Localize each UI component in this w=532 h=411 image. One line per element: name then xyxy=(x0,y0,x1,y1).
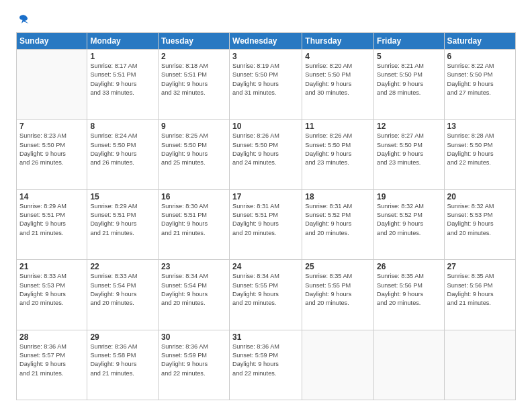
day-number: 15 xyxy=(90,192,155,201)
day-number: 30 xyxy=(161,332,226,342)
day-cell: 20Sunrise: 8:32 AM Sunset: 5:53 PM Dayli… xyxy=(444,189,515,259)
day-cell: 28Sunrise: 8:36 AM Sunset: 5:57 PM Dayli… xyxy=(17,330,87,400)
day-number: 1 xyxy=(90,52,155,61)
day-info: Sunrise: 8:36 AM Sunset: 5:59 PM Dayligh… xyxy=(161,342,226,378)
day-info: Sunrise: 8:26 AM Sunset: 5:50 PM Dayligh… xyxy=(305,132,371,167)
day-number: 8 xyxy=(90,122,155,131)
week-row-3: 14Sunrise: 8:29 AM Sunset: 5:51 PM Dayli… xyxy=(17,189,516,259)
day-cell: 30Sunrise: 8:36 AM Sunset: 5:59 PM Dayli… xyxy=(159,330,230,400)
day-number: 13 xyxy=(447,122,513,131)
day-info: Sunrise: 8:26 AM Sunset: 5:50 PM Dayligh… xyxy=(232,132,299,167)
day-number: 28 xyxy=(19,332,84,342)
day-info: Sunrise: 8:23 AM Sunset: 5:50 PM Dayligh… xyxy=(19,132,84,167)
day-number: 10 xyxy=(232,122,299,131)
day-info: Sunrise: 8:17 AM Sunset: 5:51 PM Dayligh… xyxy=(90,62,155,97)
day-number: 14 xyxy=(19,192,84,201)
day-info: Sunrise: 8:31 AM Sunset: 5:52 PM Dayligh… xyxy=(305,202,371,238)
page: SundayMondayTuesdayWednesdayThursdayFrid… xyxy=(0,0,532,411)
day-cell: 11Sunrise: 8:26 AM Sunset: 5:50 PM Dayli… xyxy=(302,120,374,189)
day-cell: 23Sunrise: 8:34 AM Sunset: 5:54 PM Dayli… xyxy=(159,260,230,330)
day-number: 26 xyxy=(377,262,441,271)
day-number: 19 xyxy=(377,192,441,201)
logo xyxy=(16,13,30,26)
day-number: 5 xyxy=(377,52,441,61)
day-cell: 22Sunrise: 8:33 AM Sunset: 5:54 PM Dayli… xyxy=(87,260,159,330)
day-info: Sunrise: 8:32 AM Sunset: 5:52 PM Dayligh… xyxy=(377,202,441,238)
day-cell: 14Sunrise: 8:29 AM Sunset: 5:51 PM Dayli… xyxy=(17,189,87,259)
day-info: Sunrise: 8:30 AM Sunset: 5:51 PM Dayligh… xyxy=(161,202,226,238)
day-number: 2 xyxy=(161,52,226,61)
day-cell: 29Sunrise: 8:36 AM Sunset: 5:58 PM Dayli… xyxy=(87,330,159,400)
day-info: Sunrise: 8:22 AM Sunset: 5:50 PM Dayligh… xyxy=(447,62,513,97)
day-cell xyxy=(444,330,515,400)
day-info: Sunrise: 8:36 AM Sunset: 5:59 PM Dayligh… xyxy=(232,342,299,378)
day-cell: 6Sunrise: 8:22 AM Sunset: 5:50 PM Daylig… xyxy=(444,50,515,120)
day-info: Sunrise: 8:28 AM Sunset: 5:50 PM Dayligh… xyxy=(447,132,513,167)
day-info: Sunrise: 8:35 AM Sunset: 5:56 PM Dayligh… xyxy=(377,272,441,308)
header-sunday: Sunday xyxy=(17,33,87,50)
header-friday: Friday xyxy=(374,33,444,50)
day-info: Sunrise: 8:36 AM Sunset: 5:58 PM Dayligh… xyxy=(90,342,155,378)
day-number: 21 xyxy=(19,262,84,271)
calendar-header-row: SundayMondayTuesdayWednesdayThursdayFrid… xyxy=(17,33,516,50)
day-info: Sunrise: 8:21 AM Sunset: 5:50 PM Dayligh… xyxy=(377,62,441,97)
day-info: Sunrise: 8:33 AM Sunset: 5:54 PM Dayligh… xyxy=(90,272,155,308)
day-info: Sunrise: 8:34 AM Sunset: 5:55 PM Dayligh… xyxy=(232,272,299,308)
week-row-2: 7Sunrise: 8:23 AM Sunset: 5:50 PM Daylig… xyxy=(17,120,516,189)
day-number: 4 xyxy=(305,52,371,61)
day-cell: 16Sunrise: 8:30 AM Sunset: 5:51 PM Dayli… xyxy=(159,189,230,259)
day-info: Sunrise: 8:34 AM Sunset: 5:54 PM Dayligh… xyxy=(161,272,226,308)
day-info: Sunrise: 8:35 AM Sunset: 5:56 PM Dayligh… xyxy=(447,272,513,308)
day-info: Sunrise: 8:29 AM Sunset: 5:51 PM Dayligh… xyxy=(19,202,84,238)
day-cell: 25Sunrise: 8:35 AM Sunset: 5:55 PM Dayli… xyxy=(302,260,374,330)
header-thursday: Thursday xyxy=(302,33,374,50)
day-number: 23 xyxy=(161,262,226,271)
day-number: 7 xyxy=(19,122,84,131)
day-cell: 19Sunrise: 8:32 AM Sunset: 5:52 PM Dayli… xyxy=(374,189,444,259)
day-info: Sunrise: 8:35 AM Sunset: 5:55 PM Dayligh… xyxy=(305,272,371,308)
day-info: Sunrise: 8:31 AM Sunset: 5:51 PM Dayligh… xyxy=(232,202,299,238)
day-cell: 7Sunrise: 8:23 AM Sunset: 5:50 PM Daylig… xyxy=(17,120,87,189)
week-row-1: 1Sunrise: 8:17 AM Sunset: 5:51 PM Daylig… xyxy=(17,50,516,120)
day-cell: 27Sunrise: 8:35 AM Sunset: 5:56 PM Dayli… xyxy=(444,260,515,330)
day-cell: 26Sunrise: 8:35 AM Sunset: 5:56 PM Dayli… xyxy=(374,260,444,330)
day-info: Sunrise: 8:24 AM Sunset: 5:50 PM Dayligh… xyxy=(90,132,155,167)
day-number: 16 xyxy=(161,192,226,201)
day-number: 9 xyxy=(161,122,226,131)
day-cell: 9Sunrise: 8:25 AM Sunset: 5:50 PM Daylig… xyxy=(159,120,230,189)
day-cell: 31Sunrise: 8:36 AM Sunset: 5:59 PM Dayli… xyxy=(230,330,302,400)
day-cell: 12Sunrise: 8:27 AM Sunset: 5:50 PM Dayli… xyxy=(374,120,444,189)
week-row-4: 21Sunrise: 8:33 AM Sunset: 5:53 PM Dayli… xyxy=(17,260,516,330)
day-cell: 17Sunrise: 8:31 AM Sunset: 5:51 PM Dayli… xyxy=(230,189,302,259)
day-info: Sunrise: 8:32 AM Sunset: 5:53 PM Dayligh… xyxy=(447,202,513,238)
day-number: 29 xyxy=(90,332,155,342)
day-info: Sunrise: 8:20 AM Sunset: 5:50 PM Dayligh… xyxy=(305,62,371,97)
day-number: 31 xyxy=(232,332,299,342)
day-cell xyxy=(17,50,87,120)
day-info: Sunrise: 8:25 AM Sunset: 5:50 PM Dayligh… xyxy=(161,132,226,167)
day-cell: 2Sunrise: 8:18 AM Sunset: 5:51 PM Daylig… xyxy=(159,50,230,120)
day-info: Sunrise: 8:27 AM Sunset: 5:50 PM Dayligh… xyxy=(377,132,441,167)
day-cell: 3Sunrise: 8:19 AM Sunset: 5:50 PM Daylig… xyxy=(230,50,302,120)
day-cell: 5Sunrise: 8:21 AM Sunset: 5:50 PM Daylig… xyxy=(374,50,444,120)
week-row-5: 28Sunrise: 8:36 AM Sunset: 5:57 PM Dayli… xyxy=(17,330,516,400)
day-cell: 1Sunrise: 8:17 AM Sunset: 5:51 PM Daylig… xyxy=(87,50,159,120)
day-number: 24 xyxy=(232,262,299,271)
day-cell: 13Sunrise: 8:28 AM Sunset: 5:50 PM Dayli… xyxy=(444,120,515,189)
day-number: 22 xyxy=(90,262,155,271)
day-number: 6 xyxy=(447,52,513,61)
day-info: Sunrise: 8:18 AM Sunset: 5:51 PM Dayligh… xyxy=(161,62,226,97)
day-cell: 15Sunrise: 8:29 AM Sunset: 5:51 PM Dayli… xyxy=(87,189,159,259)
header xyxy=(16,13,516,26)
day-number: 18 xyxy=(305,192,371,201)
day-number: 3 xyxy=(232,52,299,61)
day-info: Sunrise: 8:19 AM Sunset: 5:50 PM Dayligh… xyxy=(232,62,299,97)
day-number: 25 xyxy=(305,262,371,271)
day-number: 20 xyxy=(447,192,513,201)
day-cell: 21Sunrise: 8:33 AM Sunset: 5:53 PM Dayli… xyxy=(17,260,87,330)
calendar-table: SundayMondayTuesdayWednesdayThursdayFrid… xyxy=(16,32,516,400)
header-saturday: Saturday xyxy=(444,33,515,50)
day-cell: 18Sunrise: 8:31 AM Sunset: 5:52 PM Dayli… xyxy=(302,189,374,259)
day-number: 27 xyxy=(447,262,513,271)
logo-bird-icon xyxy=(17,13,30,26)
